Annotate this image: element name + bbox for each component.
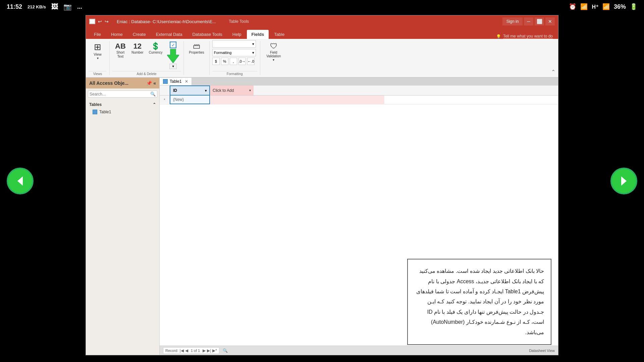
add-delete-group-label: Add & Delete (112, 71, 181, 76)
title-text: Eniac : Database- C:\Users\eniac-h\Docum… (117, 19, 216, 24)
number-button[interactable]: 12 Number (129, 40, 146, 56)
tab-create[interactable]: Create (128, 30, 151, 39)
formatting-label: Formatting (214, 51, 232, 55)
back-arrow-button[interactable] (7, 168, 34, 194)
format-bottom-dropdown[interactable]: Formatting ▾ (212, 49, 256, 56)
record-first-btn[interactable]: |◀ (180, 348, 184, 353)
time-display: 11:52 (7, 3, 22, 10)
properties-button[interactable]: 🗃 Properties (186, 40, 207, 76)
field-validation-label: FieldValidation (266, 51, 281, 58)
table1-tab[interactable]: Table1 ✕ (160, 78, 192, 85)
grid-cell-new-id[interactable]: (New) (170, 96, 210, 104)
tab-file[interactable]: File (89, 30, 106, 39)
close-button[interactable]: ✕ (545, 17, 555, 25)
click-to-add-arrow: ▾ (249, 88, 251, 92)
record-last-btn[interactable]: ▶| (207, 348, 211, 353)
record-nav: Record: |◀ ◀ 1 of 1 ▶ ▶| ▶* (163, 347, 219, 354)
signin-button[interactable]: Sign in (502, 17, 523, 25)
short-text-label: ShortText (116, 51, 124, 59)
grid-header-empty (254, 85, 558, 96)
tab-table[interactable]: Table (269, 30, 289, 39)
tables-label: Tables (89, 102, 102, 107)
content-area: Table1 ✕ ID ▾ Click to Add ▾ (160, 78, 558, 355)
filter-icon: 🔍 (223, 348, 228, 353)
format-buttons-row: $ % , .0→ ←.0 (212, 58, 257, 65)
ribbon-wrapper: ⊞ View ▾ Views AB ShortText 12 (86, 39, 558, 78)
title-bar: ↩ ↪ Eniac : Database- C:\Users\eniac-h\D… (86, 15, 558, 27)
currency-icon: 💲 (151, 42, 160, 51)
formatting-group-label: Formatting (212, 71, 257, 76)
grid-col-click-to-add[interactable]: Click to Add ▾ (210, 85, 254, 96)
tab-external-data[interactable]: External Data (151, 30, 187, 39)
percent-format-btn[interactable]: % (221, 58, 228, 65)
row-star-icon: * (164, 98, 165, 102)
view-label: View (94, 52, 102, 56)
persian-text-box: حالا بانک اطلاعاتی جدید ایجاد شده است. م… (407, 259, 551, 345)
svg-marker-2 (167, 49, 179, 63)
row-selector-new[interactable]: * (160, 96, 170, 104)
minimize-button[interactable]: ─ (524, 17, 533, 25)
title-bar-left: ↩ ↪ Eniac : Database- C:\Users\eniac-h\D… (89, 19, 249, 24)
gallery-icon: 🖼 (51, 3, 58, 11)
status-bottom: Record: |◀ ◀ 1 of 1 ▶ ▶| ▶* 🔍 Datasheet … (160, 346, 558, 355)
signal2-icon: 📶 (602, 3, 610, 10)
tell-me-text[interactable]: Tell me what you want to do (503, 34, 553, 39)
sidebar-title: All Access Obje... (89, 80, 128, 86)
view-button[interactable]: ⊞ View ▾ (89, 40, 106, 62)
persian-text-content: حالا بانک اطلاعاتی جدید ایجاد شده است. م… (415, 266, 544, 338)
status-view-label: Datasheet View (529, 349, 555, 353)
ribbon-content: ⊞ View ▾ Views AB ShortText 12 (86, 39, 558, 77)
format-top-dropdown[interactable]: ▾ (212, 40, 256, 48)
collapse-ribbon-btn[interactable]: ⌃ (548, 67, 558, 76)
small-btn-1[interactable]: ▼ (169, 64, 177, 69)
table1-tab-close[interactable]: ✕ (185, 79, 188, 84)
collapse-icon: ⌃ (551, 69, 555, 75)
tab-help[interactable]: Help (228, 30, 246, 39)
sidebar-item-table1[interactable]: Table1 (86, 108, 159, 116)
tab-home[interactable]: Home (106, 30, 127, 39)
field-validation-arrow: ▾ (273, 58, 274, 62)
record-new-btn[interactable]: ▶* (212, 348, 217, 353)
signal-icon: 📶 (580, 3, 588, 10)
ribbon-group-views: ⊞ View ▾ Views (86, 40, 109, 76)
click-to-add-label: Click to Add (213, 88, 234, 93)
svg-marker-0 (17, 176, 23, 186)
grid-cell-empty[interactable] (210, 96, 384, 104)
sidebar-search-box[interactable]: 🔍 (88, 90, 157, 98)
format-top-arrow: ▾ (252, 42, 254, 46)
more-btns: ▼ (169, 64, 177, 69)
short-text-button[interactable]: AB ShortText (112, 40, 128, 60)
down-arrow-container (167, 50, 179, 62)
view-dropdown-icon: ▾ (97, 56, 99, 60)
sidebar: All Access Obje... 📌 « 🔍 Tables ⌃ Table1 (86, 78, 160, 355)
alarm-icon: ⏰ (569, 3, 576, 10)
ribbon-group-properties: 🗃 Properties (184, 40, 209, 76)
table1-icon (93, 110, 97, 114)
forward-arrow-icon (617, 174, 631, 188)
decrease-decimal-btn[interactable]: ←.0 (247, 58, 255, 65)
view-icon: ⊞ (94, 42, 101, 52)
field-validation-button[interactable]: 🛡 FieldValidation ▾ (264, 40, 283, 63)
currency-button[interactable]: 💲 Currency (147, 40, 165, 56)
search-icon: 🔍 (150, 92, 156, 97)
tables-section: Tables ⌃ Table1 (86, 100, 159, 117)
grid-corner (160, 85, 170, 96)
currency-format-btn[interactable]: $ (212, 58, 220, 65)
restore-button[interactable]: ⬜ (535, 17, 544, 25)
network-icon: H⁺ (592, 4, 598, 10)
tab-fields[interactable]: Fields (247, 30, 269, 39)
increase-decimal-btn[interactable]: .0→ (238, 58, 246, 65)
number-icon: 12 (133, 42, 142, 51)
tab-database-tools[interactable]: Database Tools (187, 30, 227, 39)
ab-icon: AB (115, 42, 126, 51)
record-next-btn[interactable]: ▶ (203, 348, 206, 353)
comma-format-btn[interactable]: , (230, 58, 237, 65)
sidebar-collapse-btn[interactable]: « (153, 80, 156, 86)
record-prev-btn[interactable]: ◀ (185, 348, 188, 353)
grid-col-id-header[interactable]: ID ▾ (170, 85, 210, 96)
forward-arrow-button[interactable] (610, 168, 637, 194)
sidebar-pin-btn[interactable]: 📌 (146, 80, 152, 86)
search-input[interactable] (90, 92, 149, 97)
green-down-arrow (167, 49, 179, 63)
tables-section-header[interactable]: Tables ⌃ (86, 101, 159, 108)
